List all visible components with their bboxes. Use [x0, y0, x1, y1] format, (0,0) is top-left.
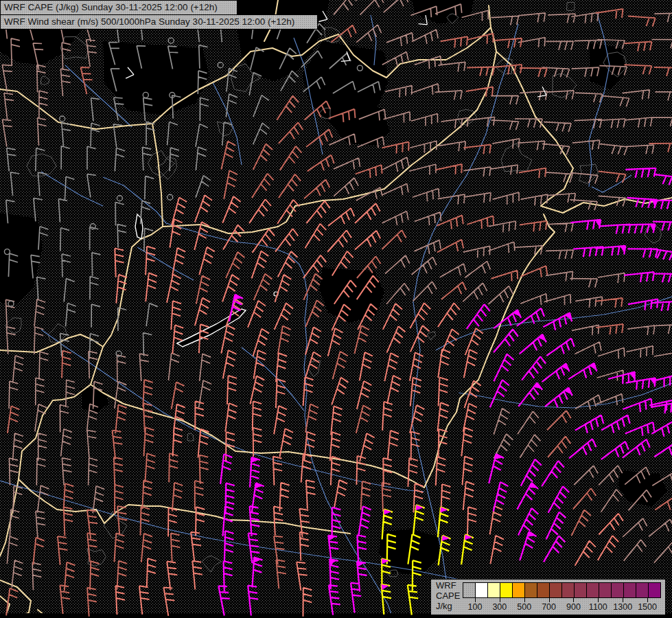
legend-swatch — [488, 583, 500, 597]
legend-tick — [647, 597, 648, 602]
legend-swatch — [525, 583, 537, 597]
legend-color-scale — [463, 582, 661, 598]
legend-swatch — [649, 583, 660, 597]
legend-tick — [623, 597, 623, 602]
legend-tick — [598, 597, 599, 602]
legend-label: WRF CAPE J/kg — [436, 580, 460, 611]
legend-swatch — [500, 583, 513, 597]
legend-swatch — [599, 583, 612, 597]
cape-legend: WRF CAPE J/kg 10030050070090011001300150… — [430, 579, 666, 615]
map-title-cape: WRF CAPE (J/kg) Sunday 30-11-2025 12:00 … — [0, 0, 237, 15]
legend-swatch — [550, 583, 562, 597]
legend-tick-label: 1500 — [632, 602, 662, 612]
map-title-cape-text: WRF CAPE (J/kg) Sunday 30-11-2025 12:00 … — [4, 2, 218, 12]
legend-label-line1: WRF — [436, 580, 460, 591]
legend-swatch — [562, 583, 575, 597]
legend-tick — [500, 597, 500, 602]
legend-swatch — [612, 583, 624, 597]
map-title-windshear: WRF Wind shear (m/s) 500/1000hPa Sunday … — [0, 14, 318, 30]
legend-swatch — [587, 583, 599, 597]
weather-map-canvas — [0, 0, 672, 618]
legend-swatch — [636, 583, 649, 597]
legend-swatch — [575, 583, 587, 597]
legend-tick — [549, 597, 550, 602]
legend-tick — [524, 597, 525, 602]
legend-swatch — [476, 583, 488, 597]
legend-swatch — [513, 583, 525, 597]
legend-swatch — [537, 583, 550, 597]
map-title-windshear-text: WRF Wind shear (m/s) 500/1000hPa Sunday … — [4, 16, 294, 27]
legend-swatch — [624, 583, 636, 597]
legend-label-line2: CAPE — [436, 591, 460, 601]
legend-tick — [475, 597, 476, 602]
legend-tick — [573, 597, 574, 602]
wrf-weather-map-screenshot: WRF CAPE (J/kg) Sunday 30-11-2025 12:00 … — [0, 0, 672, 618]
legend-swatch — [463, 583, 476, 597]
legend-label-line3: J/kg — [436, 601, 460, 611]
